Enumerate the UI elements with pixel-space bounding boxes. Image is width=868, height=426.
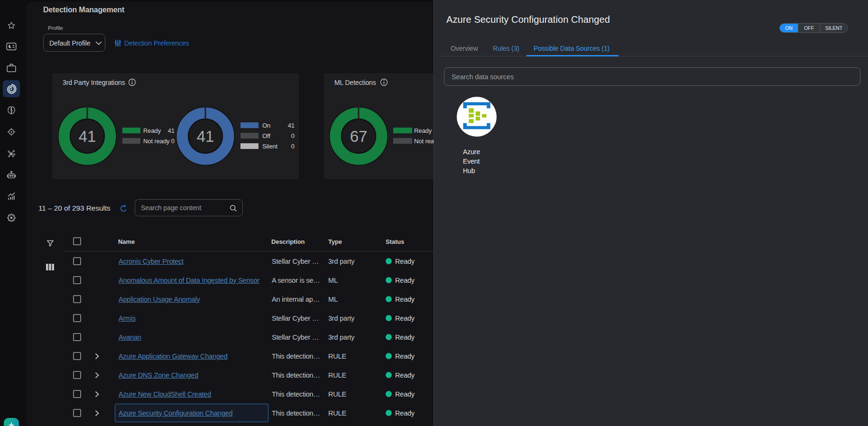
svg-text:41: 41 <box>79 128 96 145</box>
svg-text:67: 67 <box>350 128 368 145</box>
svg-text:41: 41 <box>197 128 214 145</box>
